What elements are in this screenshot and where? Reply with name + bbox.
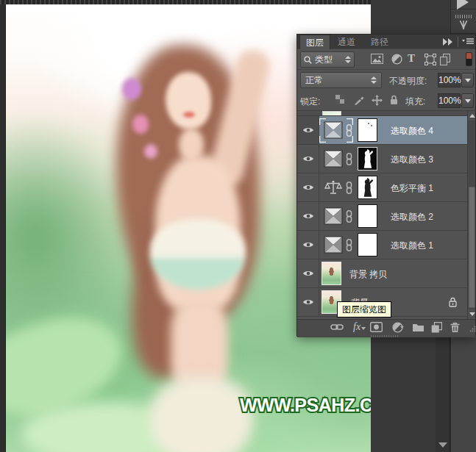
selective-color-icon[interactable] xyxy=(324,150,343,168)
panel-menu-icon[interactable] xyxy=(462,38,474,46)
left-edge-strip xyxy=(0,4,6,452)
layers-panel-bottom-bar: fx xyxy=(297,319,475,335)
photo-hair-flower xyxy=(144,144,157,159)
color-balance-icon[interactable] xyxy=(324,180,343,196)
opacity-dropdown-button[interactable] xyxy=(461,73,474,87)
lock-row: 锁定: 填充: 100% xyxy=(297,90,475,111)
layer-row-background-copy[interactable]: 背景 拷贝 xyxy=(297,259,467,288)
document-vertical-scrollbar[interactable] xyxy=(436,337,450,452)
new-adjustment-layer-icon[interactable] xyxy=(392,322,407,333)
photo-face xyxy=(166,72,211,129)
scroll-up-button[interactable] xyxy=(468,111,475,121)
layer-row-selective-color-3[interactable]: 选取颜色 3 xyxy=(297,145,467,173)
link-mask-icon[interactable] xyxy=(345,124,353,137)
scrollbar-thumb[interactable] xyxy=(469,187,475,308)
selective-color-icon[interactable] xyxy=(324,207,343,225)
layers-panel: 图层 通道 路径 类型 xyxy=(296,34,476,337)
fill-dropdown-button[interactable] xyxy=(461,93,474,108)
actions-panel-button[interactable] xyxy=(451,0,476,10)
lock-transparency-icon[interactable] xyxy=(335,95,344,104)
tab-channels[interactable]: 通道 xyxy=(332,35,361,49)
eye-icon xyxy=(302,241,314,248)
link-mask-icon[interactable] xyxy=(345,153,353,165)
new-layer-icon[interactable] xyxy=(431,322,442,333)
opacity-value[interactable]: 100% xyxy=(438,73,461,87)
eye-icon xyxy=(302,212,314,220)
photo-hair-flower xyxy=(122,78,141,100)
eye-icon xyxy=(302,270,314,277)
layer-filter-row: 类型 T xyxy=(297,49,475,70)
filter-toggle[interactable] xyxy=(466,52,472,66)
fill-label: 填充: xyxy=(405,96,425,108)
pixel-layer-filter-icon[interactable] xyxy=(371,54,383,64)
visibility-toggle[interactable] xyxy=(297,145,319,173)
blend-mode-dropdown[interactable]: 正常 xyxy=(300,72,382,88)
layer-mask-thumbnail[interactable] xyxy=(358,118,377,142)
layer-locked-icon xyxy=(448,297,458,307)
link-mask-icon[interactable] xyxy=(345,239,353,251)
fill-value[interactable]: 100% xyxy=(438,93,461,108)
add-layer-mask-icon[interactable] xyxy=(370,322,383,332)
eye-icon xyxy=(302,184,314,191)
tab-paths[interactable]: 路径 xyxy=(365,35,394,49)
link-layers-icon[interactable] xyxy=(330,322,344,332)
brush-panel-icon xyxy=(458,19,469,30)
panel-resize-gripper[interactable] xyxy=(371,335,399,337)
layer-row-color-balance-1[interactable]: 色彩平衡 1 xyxy=(297,173,467,202)
layer-name[interactable]: 选取颜色 1 xyxy=(391,240,433,252)
watermark-text: WWW.PSAHZ.COM xyxy=(240,395,371,416)
link-mask-icon[interactable] xyxy=(345,210,353,223)
search-icon xyxy=(304,56,312,64)
layer-row-selective-color-2[interactable]: 选取颜色 2 xyxy=(297,202,467,231)
scroll-down-button[interactable] xyxy=(468,309,475,319)
visibility-toggle[interactable] xyxy=(297,231,319,259)
lock-position-icon[interactable] xyxy=(372,95,383,106)
spinner-arrows-icon xyxy=(371,76,377,84)
brush-panel-button[interactable] xyxy=(451,10,476,34)
panel-bottom-edge[interactable] xyxy=(297,335,475,337)
opacity-label: 不透明度: xyxy=(389,75,427,87)
blend-mode-value: 正常 xyxy=(305,74,323,87)
scroll-down-arrow-icon[interactable] xyxy=(438,442,447,448)
layers-scrollbar[interactable] xyxy=(467,111,475,319)
selective-color-icon[interactable] xyxy=(324,236,343,254)
eye-icon xyxy=(302,298,314,306)
visibility-toggle[interactable] xyxy=(297,202,319,230)
delete-layer-icon[interactable] xyxy=(450,322,461,333)
type-layer-filter-icon[interactable]: T xyxy=(408,52,415,65)
filter-type-dropdown[interactable]: 类型 xyxy=(300,51,355,68)
visibility-toggle[interactable] xyxy=(297,173,319,201)
smart-object-filter-icon[interactable] xyxy=(439,54,451,65)
layer-mask-thumbnail[interactable] xyxy=(358,233,377,257)
layer-row-selective-color-1[interactable]: 选取颜色 1 xyxy=(297,231,467,259)
link-mask-icon[interactable] xyxy=(345,182,353,194)
visibility-toggle[interactable] xyxy=(297,288,319,316)
layer-row-selective-color-4[interactable]: 选取颜色 4 xyxy=(297,116,467,145)
new-group-icon[interactable] xyxy=(412,322,425,332)
partial-layer-thumbnail xyxy=(322,111,341,115)
collapse-to-icons-icon[interactable] xyxy=(442,38,454,46)
adjustment-layer-filter-icon[interactable] xyxy=(391,54,402,65)
layer-styles-icon[interactable]: fx xyxy=(353,321,366,333)
lock-pixels-icon[interactable] xyxy=(354,95,364,105)
fx-label: fx xyxy=(353,321,360,332)
eye-icon xyxy=(302,155,314,162)
photo-hair-flower xyxy=(132,115,149,134)
layer-mask-thumbnail[interactable] xyxy=(358,176,377,199)
layer-list: 选取颜色 4 xyxy=(297,111,475,319)
selective-color-icon[interactable] xyxy=(324,121,343,139)
layer-mask-thumbnail[interactable] xyxy=(358,204,377,228)
layer-name[interactable]: 色彩平衡 1 xyxy=(391,182,433,195)
layer-mask-thumbnail[interactable] xyxy=(358,147,377,171)
layer-thumbnail[interactable] xyxy=(322,262,341,285)
resize-grip-icon[interactable] xyxy=(469,326,476,332)
layer-name[interactable]: 选取颜色 4 xyxy=(391,125,433,137)
shape-layer-filter-icon[interactable] xyxy=(425,54,436,65)
visibility-toggle[interactable] xyxy=(297,116,319,144)
layer-name[interactable]: 背景 拷贝 xyxy=(349,268,387,281)
lock-all-icon[interactable] xyxy=(389,95,399,105)
tab-layers[interactable]: 图层 xyxy=(299,35,330,49)
layer-name[interactable]: 选取颜色 2 xyxy=(391,211,433,223)
layer-name[interactable]: 选取颜色 3 xyxy=(391,154,433,166)
visibility-toggle[interactable] xyxy=(297,259,319,287)
